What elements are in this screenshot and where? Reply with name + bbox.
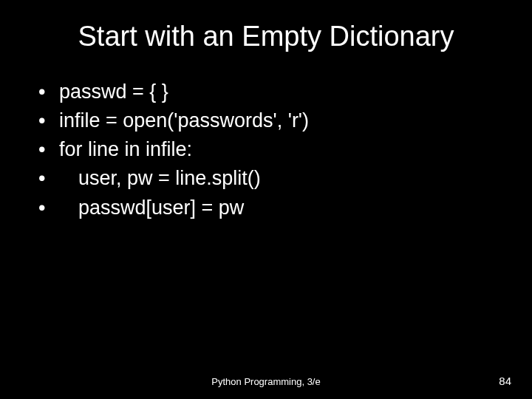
list-item: • passwd[user] = pw — [38, 194, 498, 222]
page-number: 84 — [499, 375, 511, 387]
bullet-icon: • — [38, 164, 45, 193]
slide: Start with an Empty Dictionary • passwd … — [0, 0, 532, 399]
slide-title: Start with an Empty Dictionary — [34, 21, 498, 52]
list-item-text: user, pw = line.split() — [59, 164, 261, 193]
bullet-icon: • — [38, 78, 45, 106]
bullet-icon: • — [38, 194, 45, 222]
list-item: • user, pw = line.split() — [38, 164, 498, 193]
bullet-list: • passwd = { } • infile = open('password… — [34, 78, 498, 222]
list-item-text: for line in infile: — [59, 138, 192, 160]
list-item-text: passwd = { } — [59, 81, 168, 103]
list-item: • passwd = { } — [38, 78, 498, 106]
footer-text: Python Programming, 3/e — [0, 376, 532, 387]
bullet-icon: • — [38, 106, 45, 135]
list-item: • infile = open('passwords', 'r') — [38, 106, 498, 135]
list-item-text: infile = open('passwords', 'r') — [59, 109, 309, 132]
bullet-icon: • — [38, 135, 45, 164]
list-item-text: passwd[user] = pw — [59, 194, 244, 222]
list-item: • for line in infile: — [38, 135, 498, 164]
